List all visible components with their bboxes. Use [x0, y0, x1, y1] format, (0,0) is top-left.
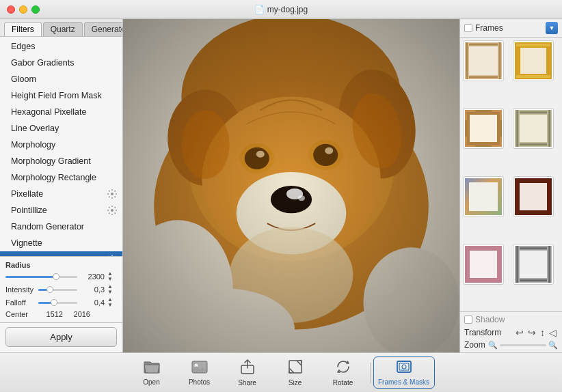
filter-item-gabor[interactable]: Gabor Gradients — [0, 55, 122, 71]
toolbar-size[interactable]: Size — [271, 356, 319, 389]
frame-thumb-6[interactable] — [513, 176, 554, 217]
sidebar: Filters Quartz Generators Edges Gabor Gr… — [0, 19, 123, 352]
filter-item-morphology[interactable]: Morphology — [0, 137, 122, 153]
size-icon — [287, 359, 304, 378]
filter-item-edges[interactable]: Edges — [0, 38, 122, 55]
radius-down[interactable]: ▼ — [107, 277, 117, 282]
filter-list: Edges Gabor Gradients Gloom Height Field… — [0, 37, 122, 256]
frame-thumb-5[interactable] — [463, 176, 504, 217]
svg-rect-64 — [465, 278, 502, 283]
titlebar: 📄 my-dog.jpg — [0, 0, 562, 19]
transform-redo[interactable]: ↪ — [526, 327, 537, 338]
photos-label: Photos — [189, 378, 210, 386]
svg-rect-60 — [547, 178, 552, 215]
tab-filters[interactable]: Filters — [4, 22, 42, 36]
toolbar-share[interactable]: Share — [224, 356, 271, 389]
filter-item-vignette-effect[interactable]: Vignette Effect — [0, 251, 122, 256]
transform-flip-h[interactable]: ◁ — [548, 327, 558, 338]
shadow-checkbox[interactable] — [464, 316, 472, 324]
filter-item-line-overlay[interactable]: Line Overlay — [0, 120, 122, 137]
svg-rect-68 — [519, 250, 548, 279]
filter-item-hex-pixellate[interactable]: Hexagonal Pixellate — [0, 104, 122, 120]
frame-thumb-2[interactable] — [513, 40, 554, 81]
svg-rect-70 — [515, 278, 552, 283]
zoom-row: Zoom 🔍 🔍 — [464, 340, 558, 350]
frame-thumb-3[interactable] — [463, 108, 504, 149]
svg-rect-32 — [468, 45, 499, 76]
filter-item-morphology-rect[interactable]: Morphology Rectangle — [0, 169, 122, 186]
svg-rect-58 — [515, 210, 552, 215]
svg-rect-66 — [497, 246, 502, 283]
gear-icon — [107, 206, 117, 215]
intensity-row: Intensity 0,3 ▲ ▼ — [5, 284, 117, 295]
svg-point-1 — [111, 209, 113, 212]
svg-rect-54 — [469, 182, 498, 211]
tab-generators[interactable]: Generators — [84, 22, 123, 36]
transform-undo[interactable]: ↩ — [514, 327, 525, 338]
svg-rect-42 — [546, 42, 552, 79]
apply-button[interactable]: Apply — [5, 327, 117, 347]
intensity-stepper[interactable]: ▲ ▼ — [107, 284, 117, 295]
frames-grid — [460, 38, 562, 311]
filter-item-height-field[interactable]: Height Field From Mask — [0, 87, 122, 104]
filter-item-gloom[interactable]: Gloom — [0, 71, 122, 87]
filter-item-pointillize[interactable]: Pointillize — [0, 202, 122, 219]
transform-label: Transform — [464, 328, 501, 337]
falloff-stepper[interactable]: ▲ ▼ — [107, 297, 117, 308]
svg-rect-38 — [519, 46, 548, 75]
share-label: Share — [238, 379, 256, 387]
apply-area: Apply — [0, 322, 122, 352]
falloff-down[interactable]: ▼ — [107, 303, 117, 308]
svg-rect-62 — [469, 250, 498, 279]
toolbar-rotate[interactable]: Rotate — [319, 356, 367, 389]
close-button[interactable] — [7, 5, 15, 14]
filter-item-vignette[interactable]: Vignette — [0, 235, 122, 251]
open-folder-icon — [143, 359, 161, 377]
toolbar-photos[interactable]: Photos — [176, 356, 224, 389]
svg-rect-63 — [465, 246, 502, 251]
minimize-button[interactable] — [19, 5, 27, 14]
zoom-slider[interactable] — [500, 344, 546, 346]
svg-rect-57 — [515, 178, 552, 183]
frame-thumb-4[interactable] — [513, 108, 554, 149]
frames-checkbox[interactable] — [464, 24, 472, 32]
zoom-out-icon[interactable]: 🔍 — [488, 341, 498, 350]
filter-item-morphology-gradient[interactable]: Morphology Gradient — [0, 153, 122, 169]
svg-rect-50 — [515, 142, 552, 147]
tab-quartz[interactable]: Quartz — [43, 22, 83, 36]
svg-rect-34 — [465, 75, 502, 79]
svg-rect-52 — [547, 110, 552, 147]
intensity-down[interactable]: ▼ — [107, 290, 117, 295]
falloff-slider[interactable] — [38, 302, 77, 304]
filter-item-pixellate[interactable]: Pixellate — [0, 186, 122, 202]
frames-dropdown[interactable]: ▼ — [546, 22, 558, 34]
frames-masks-label: Frames & Masks — [378, 378, 429, 386]
radius-slider[interactable] — [5, 276, 77, 278]
right-panel-bottom: Shadow Transform ↩ ↪ ↕ ◁ Zoom 🔍 🔍 — [460, 311, 562, 352]
image-area — [123, 19, 459, 352]
falloff-label: Falloff — [5, 298, 36, 307]
frames-header: Frames ▼ — [460, 19, 562, 38]
svg-rect-59 — [515, 178, 520, 215]
shadow-row: Shadow — [464, 315, 558, 324]
share-icon — [239, 359, 256, 378]
size-label: Size — [289, 379, 302, 387]
maximize-button[interactable] — [31, 5, 40, 14]
svg-rect-76 — [289, 361, 302, 373]
transform-flip-v[interactable]: ↕ — [539, 327, 546, 338]
frame-thumb-1[interactable] — [463, 40, 504, 81]
frame-thumb-7[interactable] — [463, 244, 504, 285]
window-title: 📄 my-dog.jpg — [254, 5, 308, 14]
filter-item-random-generator[interactable]: Random Generator — [0, 219, 122, 235]
svg-rect-41 — [515, 42, 520, 79]
toolbar-open[interactable]: Open — [128, 356, 176, 389]
right-panel: Frames ▼ — [459, 19, 562, 352]
zoom-in-icon[interactable]: 🔍 — [548, 341, 558, 350]
toolbar-frames-masks[interactable]: Frames & Masks — [373, 356, 435, 389]
frame-thumb-8[interactable] — [513, 244, 554, 285]
center-x: 1512 — [38, 310, 63, 318]
intensity-slider[interactable] — [38, 289, 77, 291]
center-row: Center 1512 2016 — [5, 310, 117, 318]
radius-stepper[interactable]: ▲ ▼ — [107, 271, 117, 282]
tab-bar: Filters Quartz Generators — [0, 19, 122, 37]
